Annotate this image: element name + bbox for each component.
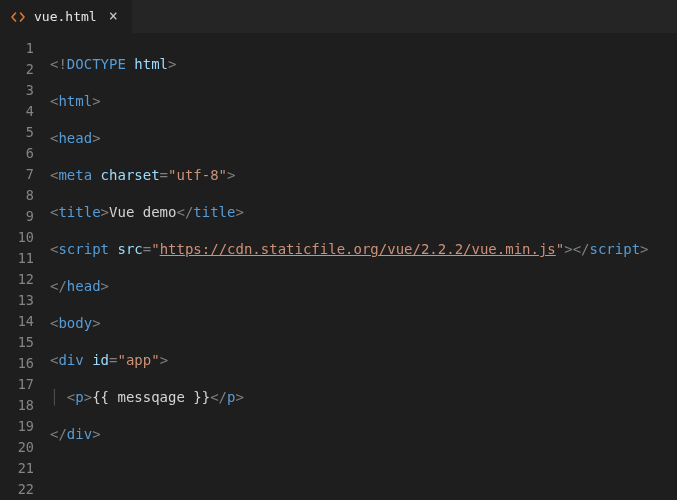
- line-number: 5: [0, 122, 50, 143]
- code-line[interactable]: <body>: [50, 313, 677, 334]
- line-number: 3: [0, 80, 50, 101]
- code-line[interactable]: <!DOCTYPE html>: [50, 54, 677, 75]
- code-line[interactable]: <meta charset="utf-8">: [50, 165, 677, 186]
- line-number: 14: [0, 311, 50, 332]
- line-number: 12: [0, 269, 50, 290]
- code-line[interactable]: <head>: [50, 128, 677, 149]
- code-line[interactable]: │ <p>{{ messqage }}</p>: [50, 387, 677, 408]
- line-number-gutter: 1 2 3 4 5 6 7 8 9 10 11 12 13 14 15 16 1…: [0, 34, 50, 500]
- tab-filename: vue.html: [34, 9, 97, 24]
- line-number: 19: [0, 416, 50, 437]
- line-number: 6: [0, 143, 50, 164]
- line-number: 20: [0, 437, 50, 458]
- code-line[interactable]: [50, 461, 677, 482]
- line-number: 17: [0, 374, 50, 395]
- line-number: 22: [0, 479, 50, 500]
- tab-close-icon[interactable]: ×: [105, 7, 122, 26]
- code-line[interactable]: <script src="https://cdn.staticfile.org/…: [50, 239, 677, 260]
- code-line[interactable]: <div id="app">: [50, 350, 677, 371]
- line-number: 16: [0, 353, 50, 374]
- line-number: 8: [0, 185, 50, 206]
- line-number: 9: [0, 206, 50, 227]
- line-number: 10: [0, 227, 50, 248]
- line-number: 2: [0, 59, 50, 80]
- code-line[interactable]: <html>: [50, 91, 677, 112]
- tab-bar: vue.html ×: [0, 0, 677, 34]
- code-line[interactable]: </div>: [50, 424, 677, 445]
- tab-active[interactable]: vue.html ×: [0, 0, 132, 33]
- code-file-icon: [10, 9, 26, 25]
- code-content[interactable]: <!DOCTYPE html> <html> <head> <meta char…: [50, 34, 677, 500]
- line-number: 4: [0, 101, 50, 122]
- editor-area[interactable]: 1 2 3 4 5 6 7 8 9 10 11 12 13 14 15 16 1…: [0, 34, 677, 500]
- line-number: 1: [0, 38, 50, 59]
- line-number: 18: [0, 395, 50, 416]
- code-line[interactable]: <title>Vue demo</title>: [50, 202, 677, 223]
- line-number: 21: [0, 458, 50, 479]
- line-number: 13: [0, 290, 50, 311]
- code-line[interactable]: </head>: [50, 276, 677, 297]
- line-number: 15: [0, 332, 50, 353]
- line-number: 11: [0, 248, 50, 269]
- line-number: 7: [0, 164, 50, 185]
